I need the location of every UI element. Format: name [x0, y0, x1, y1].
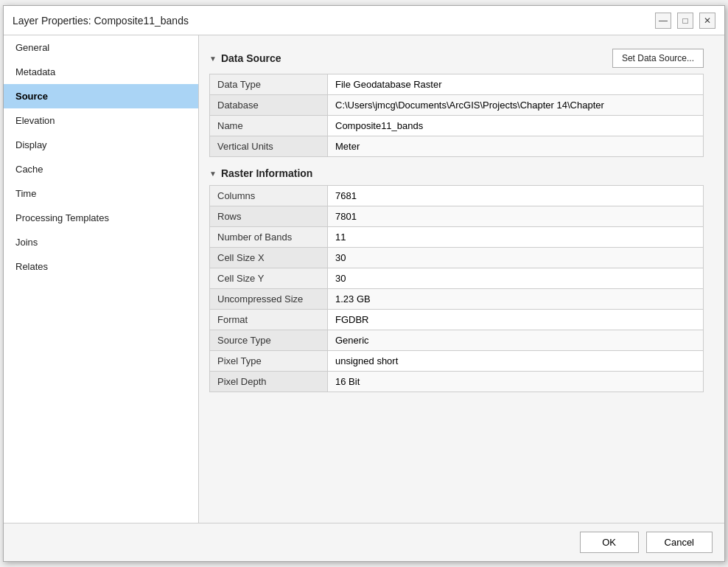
table-row: DatabaseC:\Users\jmcg\Documents\ArcGIS\P…: [210, 95, 704, 116]
table-row: Columns7681: [210, 186, 704, 206]
table-row: Cell Size X30: [210, 248, 704, 268]
title-bar: Layer Properties: Composite11_bands — □ …: [4, 6, 724, 35]
row-value: 7681: [328, 186, 704, 206]
row-label: Rows: [210, 206, 328, 227]
sidebar-item-joins[interactable]: Joins: [4, 230, 198, 254]
collapse-icon-raster[interactable]: ▼: [209, 170, 217, 178]
row-value: 11: [328, 227, 704, 248]
sidebar-item-display[interactable]: Display: [4, 133, 198, 157]
maximize-button[interactable]: □: [677, 13, 693, 29]
sidebar-item-time[interactable]: Time: [4, 181, 198, 206]
sidebar-item-metadata[interactable]: Metadata: [4, 60, 198, 84]
sidebar-item-general[interactable]: General: [4, 35, 198, 60]
sidebar: GeneralMetadataSourceElevationDisplayCac…: [4, 35, 199, 523]
row-value: Composite11_bands: [328, 116, 704, 136]
row-label: Cell Size Y: [210, 268, 328, 289]
data-source-title: Data Source: [221, 52, 281, 64]
row-label: Columns: [210, 186, 328, 206]
minimize-button[interactable]: —: [655, 13, 671, 29]
table-row: Cell Size Y30: [210, 268, 704, 289]
set-datasource-button[interactable]: Set Data Source...: [612, 49, 704, 68]
row-label: Data Type: [210, 74, 328, 95]
table-row: Data TypeFile Geodatabase Raster: [210, 74, 704, 95]
data-source-table: Data TypeFile Geodatabase RasterDatabase…: [209, 74, 704, 157]
row-label: Format: [210, 310, 328, 330]
row-value: 30: [328, 268, 704, 289]
table-row: NameComposite11_bands: [210, 116, 704, 136]
row-label: Database: [210, 95, 328, 116]
row-label: Name: [210, 116, 328, 136]
layer-properties-dialog: Layer Properties: Composite11_bands — □ …: [3, 5, 725, 562]
row-value: FGDBR: [328, 310, 704, 330]
row-value: C:\Users\jmcg\Documents\ArcGIS\Projects\…: [328, 95, 704, 116]
main-content: GeneralMetadataSourceElevationDisplayCac…: [4, 35, 724, 523]
row-label: Source Type: [210, 330, 328, 351]
table-row: Number of Bands11: [210, 227, 704, 248]
sidebar-item-relates[interactable]: Relates: [4, 254, 198, 279]
row-value: 16 Bit: [328, 372, 704, 392]
row-label: Cell Size X: [210, 248, 328, 268]
title-bar-buttons: — □ ✕: [655, 13, 715, 29]
table-row: Vertical UnitsMeter: [210, 136, 704, 157]
row-value: 30: [328, 248, 704, 268]
row-value: Meter: [328, 136, 704, 157]
footer: OK Cancel: [4, 523, 724, 561]
sidebar-item-source[interactable]: Source: [4, 84, 198, 108]
row-value: unsigned short: [328, 351, 704, 372]
content-area: ▼ Data Source Set Data Source... Data Ty…: [199, 35, 724, 523]
sidebar-item-elevation[interactable]: Elevation: [4, 108, 198, 133]
row-value: 7801: [328, 206, 704, 227]
table-row: FormatFGDBR: [210, 310, 704, 330]
table-row: Source TypeGeneric: [210, 330, 704, 351]
row-value: 1.23 GB: [328, 289, 704, 310]
close-button[interactable]: ✕: [699, 13, 715, 29]
table-row: Pixel Typeunsigned short: [210, 351, 704, 372]
sidebar-item-processing-templates[interactable]: Processing Templates: [4, 206, 198, 230]
row-label: Pixel Depth: [210, 372, 328, 392]
row-label: Number of Bands: [210, 227, 328, 248]
cancel-button[interactable]: Cancel: [646, 532, 713, 553]
ok-button[interactable]: OK: [580, 532, 639, 553]
sidebar-item-cache[interactable]: Cache: [4, 157, 198, 181]
row-label: Uncompressed Size: [210, 289, 328, 310]
row-value: Generic: [328, 330, 704, 351]
row-label: Pixel Type: [210, 351, 328, 372]
raster-info-table: Columns7681Rows7801Number of Bands11Cell…: [209, 185, 704, 392]
content-scroll[interactable]: ▼ Data Source Set Data Source... Data Ty…: [199, 35, 724, 523]
table-row: Uncompressed Size1.23 GB: [210, 289, 704, 310]
table-row: Pixel Depth16 Bit: [210, 372, 704, 392]
data-source-header: ▼ Data Source Set Data Source...: [209, 49, 704, 68]
raster-info-title: Raster Information: [221, 167, 312, 179]
row-label: Vertical Units: [210, 136, 328, 157]
row-value: File Geodatabase Raster: [328, 74, 704, 95]
dialog-title: Layer Properties: Composite11_bands: [13, 15, 189, 27]
table-row: Rows7801: [210, 206, 704, 227]
collapse-icon-datasource[interactable]: ▼: [209, 55, 217, 63]
raster-info-header: ▼ Raster Information: [209, 167, 704, 179]
